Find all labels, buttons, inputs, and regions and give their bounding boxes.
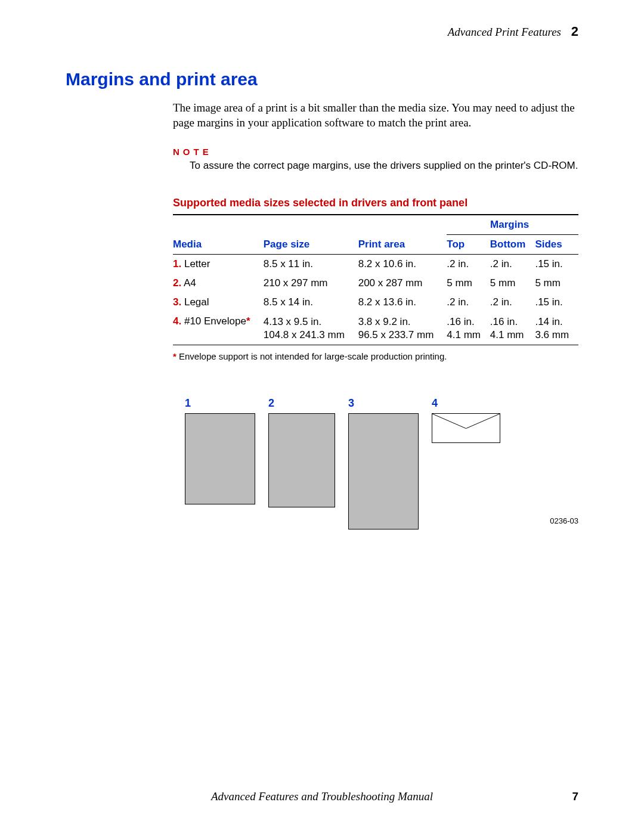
col-sides: Sides <box>535 235 578 255</box>
section-title: Margins and print area <box>66 69 578 89</box>
table-caption: Supported media sizes selected in driver… <box>173 197 578 209</box>
intro-text: The image area of a print is a bit small… <box>173 101 578 130</box>
note-block: NOTE To assure the correct page margins,… <box>173 147 578 173</box>
col-top: Top <box>447 235 490 255</box>
diagram-label: 4 <box>432 397 438 410</box>
col-margins-group: Margins <box>447 215 578 235</box>
envelope-icon <box>432 413 500 443</box>
note-text: To assure the correct page margins, use … <box>190 159 578 173</box>
figure-reference: 0236-03 <box>550 516 578 525</box>
footer-title: Advanced Features and Troubleshooting Ma… <box>211 790 433 803</box>
table-row: 1. Letter 8.5 x 11 in. 8.2 x 10.6 in. .2… <box>173 255 578 274</box>
note-label: NOTE <box>173 147 578 157</box>
page-footer: Advanced Features and Troubleshooting Ma… <box>66 790 578 803</box>
running-header: Advanced Print Features 2 <box>66 24 578 39</box>
media-table: Margins Media Page size Print area Top B… <box>173 214 578 345</box>
page-number: 7 <box>572 790 578 803</box>
table-footnote: * Envelope support is not intended for l… <box>173 351 578 361</box>
running-title: Advanced Print Features <box>448 26 561 38</box>
table-row: 4. #10 Envelope* 4.13 x 9.5 in.104.8 x 2… <box>173 312 578 345</box>
col-page-size: Page size <box>264 235 358 255</box>
table-row: 3. Legal 8.5 x 14 in. 8.2 x 13.6 in. .2 … <box>173 293 578 312</box>
diagram-label: 1 <box>185 397 191 410</box>
media-diagram: 1 2 3 4 0236-03 <box>185 397 578 529</box>
col-print-area: Print area <box>358 235 447 255</box>
table-row: 2. A4 210 x 297 mm 200 x 287 mm 5 mm 5 m… <box>173 274 578 293</box>
col-media: Media <box>173 235 264 255</box>
diagram-label: 2 <box>268 397 274 410</box>
col-bottom: Bottom <box>490 235 535 255</box>
a4-icon <box>268 413 335 507</box>
diagram-label: 3 <box>348 397 354 410</box>
legal-icon <box>348 413 419 529</box>
letter-icon <box>185 413 255 504</box>
chapter-number: 2 <box>571 24 578 39</box>
